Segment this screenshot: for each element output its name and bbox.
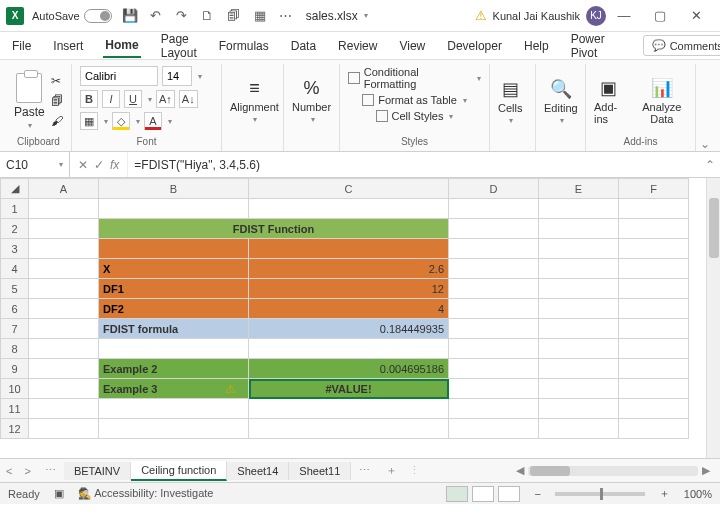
- view-normal-button[interactable]: [446, 486, 468, 502]
- cell-df2-label[interactable]: DF2: [99, 299, 249, 319]
- row-header[interactable]: 3: [1, 239, 29, 259]
- spreadsheet-grid[interactable]: ◢ A B C D E F 1 2FDIST Function 3 4X2.6 …: [0, 178, 720, 458]
- row-header[interactable]: 11: [1, 399, 29, 419]
- comments-button[interactable]: 💬 Comments: [643, 35, 720, 56]
- underline-button[interactable]: U: [124, 90, 142, 108]
- cells-button[interactable]: ▤Cells▾: [498, 78, 522, 125]
- zoom-slider[interactable]: [555, 492, 645, 496]
- borders-button[interactable]: ▦: [80, 112, 98, 130]
- row-header[interactable]: 9: [1, 359, 29, 379]
- sheet-more-icon[interactable]: ⋯: [351, 464, 378, 477]
- cell-title[interactable]: FDIST Function: [99, 219, 449, 239]
- tab-developer[interactable]: Developer: [445, 35, 504, 57]
- tab-file[interactable]: File: [10, 35, 33, 57]
- filename[interactable]: sales.xlsx ▾: [306, 9, 368, 23]
- toggle-off-icon[interactable]: [84, 9, 112, 23]
- minimize-button[interactable]: —: [606, 8, 642, 23]
- user-account[interactable]: ⚠ Kunal Jai Kaushik KJ: [475, 6, 606, 26]
- tab-formulas[interactable]: Formulas: [217, 35, 271, 57]
- view-page-layout-button[interactable]: [472, 486, 494, 502]
- tab-help[interactable]: Help: [522, 35, 551, 57]
- decrease-font-button[interactable]: A↓: [179, 90, 198, 108]
- row-header[interactable]: 10: [1, 379, 29, 399]
- tab-home[interactable]: Home: [103, 34, 140, 58]
- font-name-select[interactable]: [80, 66, 158, 86]
- row-header[interactable]: 4: [1, 259, 29, 279]
- autosave-toggle[interactable]: AutoSave: [32, 9, 112, 23]
- horizontal-scrollbar[interactable]: ◀▶: [424, 464, 720, 477]
- sheet-tab[interactable]: Sheet11: [289, 462, 351, 480]
- expand-formula-bar-icon[interactable]: ⌃: [700, 158, 720, 172]
- row-header[interactable]: 12: [1, 419, 29, 439]
- tab-page-layout[interactable]: Page Layout: [159, 28, 199, 64]
- increase-font-button[interactable]: A↑: [156, 90, 175, 108]
- formula-input[interactable]: =FDIST("Hiya", 3.4,5.6): [128, 158, 700, 172]
- zoom-in-button[interactable]: ＋: [659, 486, 670, 501]
- cell-x-val[interactable]: 2.6: [249, 259, 449, 279]
- sheet-overflow-icon[interactable]: ⋯: [37, 464, 64, 477]
- row-header[interactable]: 1: [1, 199, 29, 219]
- col-header-E[interactable]: E: [539, 179, 619, 199]
- copy-icon[interactable]: 🗐: [51, 94, 63, 108]
- qat-icon-1[interactable]: 🗋: [200, 8, 216, 24]
- analyze-data-button[interactable]: 📊Analyze Data: [637, 77, 687, 125]
- cut-icon[interactable]: ✂: [51, 74, 63, 88]
- tab-insert[interactable]: Insert: [51, 35, 85, 57]
- col-header-D[interactable]: D: [449, 179, 539, 199]
- col-header-A[interactable]: A: [29, 179, 99, 199]
- sheet-tab[interactable]: Ceiling function: [131, 461, 227, 481]
- zoom-level[interactable]: 100%: [684, 488, 712, 500]
- cell-ex2-label[interactable]: Example 2: [99, 359, 249, 379]
- sheet-tab[interactable]: BETAINV: [64, 462, 131, 480]
- save-icon[interactable]: 💾: [122, 8, 138, 24]
- editing-button[interactable]: 🔍Editing▾: [544, 78, 578, 125]
- col-header-B[interactable]: B: [99, 179, 249, 199]
- add-sheet-button[interactable]: ＋: [378, 463, 405, 478]
- cell-ex3-val[interactable]: #VALUE!: [249, 379, 449, 399]
- qat-overflow-icon[interactable]: ⋯: [278, 8, 294, 24]
- error-indicator-icon[interactable]: ⚠: [225, 382, 236, 396]
- fx-icon[interactable]: fx: [110, 158, 119, 172]
- cell-styles-button[interactable]: Cell Styles▾: [376, 110, 454, 122]
- tab-view[interactable]: View: [397, 35, 427, 57]
- tab-review[interactable]: Review: [336, 35, 379, 57]
- row-header[interactable]: 6: [1, 299, 29, 319]
- select-all-corner[interactable]: ◢: [1, 179, 29, 199]
- qat-icon-3[interactable]: ▦: [252, 8, 268, 24]
- ribbon-collapse-button[interactable]: ⌄: [696, 64, 714, 151]
- cell-df1-label[interactable]: DF1: [99, 279, 249, 299]
- enter-formula-icon[interactable]: ✓: [94, 158, 104, 172]
- row-header[interactable]: 5: [1, 279, 29, 299]
- cell-df1-val[interactable]: 12: [249, 279, 449, 299]
- qat-icon-2[interactable]: 🗐: [226, 8, 242, 24]
- maximize-button[interactable]: ▢: [642, 8, 678, 23]
- cell-formula-val[interactable]: 0.184449935: [249, 319, 449, 339]
- font-size-select[interactable]: [162, 66, 192, 86]
- macro-record-icon[interactable]: ▣: [54, 487, 64, 500]
- italic-button[interactable]: I: [102, 90, 120, 108]
- cell-formula-label[interactable]: FDIST formula: [99, 319, 249, 339]
- sheet-nav-prev[interactable]: <: [0, 465, 18, 477]
- cell-x-label[interactable]: X: [99, 259, 249, 279]
- close-button[interactable]: ✕: [678, 8, 714, 23]
- tab-data[interactable]: Data: [289, 35, 318, 57]
- accessibility-status[interactable]: 🕵 Accessibility: Investigate: [78, 487, 214, 500]
- sheet-tab[interactable]: Sheet14: [227, 462, 289, 480]
- font-color-button[interactable]: A: [144, 112, 162, 130]
- view-page-break-button[interactable]: [498, 486, 520, 502]
- row-header[interactable]: 2: [1, 219, 29, 239]
- zoom-out-button[interactable]: −: [534, 488, 540, 500]
- paste-button[interactable]: Paste ▾: [14, 73, 45, 130]
- cell-ex2-val[interactable]: 0.004695186: [249, 359, 449, 379]
- sheet-nav-next[interactable]: >: [18, 465, 36, 477]
- cancel-formula-icon[interactable]: ✕: [78, 158, 88, 172]
- tab-power-pivot[interactable]: Power Pivot: [569, 28, 607, 64]
- name-box[interactable]: C10▾: [0, 152, 70, 177]
- row-header[interactable]: 8: [1, 339, 29, 359]
- row-header[interactable]: 7: [1, 319, 29, 339]
- cell-df2-val[interactable]: 4: [249, 299, 449, 319]
- undo-icon[interactable]: ↶: [148, 8, 164, 24]
- vertical-scrollbar[interactable]: [706, 178, 720, 458]
- format-as-table-button[interactable]: Format as Table▾: [362, 94, 467, 106]
- bold-button[interactable]: B: [80, 90, 98, 108]
